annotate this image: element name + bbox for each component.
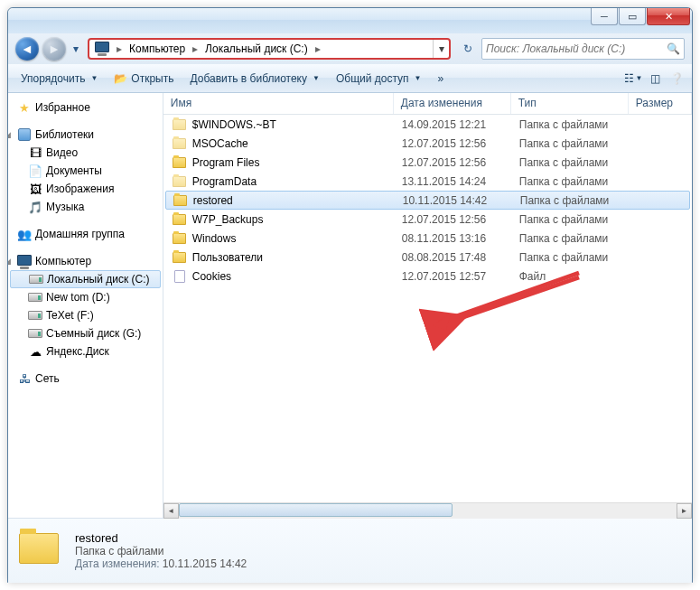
file-type: Папка с файлами (519, 156, 637, 169)
drive-icon (28, 293, 42, 302)
organize-button[interactable]: Упорядочить▼ (14, 70, 105, 88)
sidebar-network[interactable]: 🖧Сеть (8, 370, 163, 388)
file-date: 12.07.2015 12:56 (402, 156, 519, 169)
sidebar-item-yandex[interactable]: ☁Яндекс.Диск (8, 342, 163, 361)
sidebar-item-drive-f[interactable]: TeXet (F:) (8, 306, 163, 324)
file-row[interactable]: $WINDOWS.~BT14.09.2015 12:21Папка с файл… (163, 115, 692, 134)
sidebar-item-video[interactable]: 🎞Видео (8, 144, 163, 162)
folder-icon (173, 155, 187, 170)
folder-icon (173, 250, 187, 265)
titlebar[interactable]: ─ ▭ ✕ (8, 8, 692, 33)
file-icon (173, 269, 187, 284)
scroll-thumb[interactable] (179, 503, 453, 517)
file-date: 10.11.2015 14:42 (403, 194, 520, 207)
folder-icon (173, 231, 187, 246)
preview-pane-button[interactable]: ◫ (645, 69, 665, 89)
folder-icon (173, 193, 188, 208)
sidebar-homegroup[interactable]: 👥Домашняя группа (8, 225, 163, 243)
help-button[interactable]: ❔ (667, 69, 686, 89)
file-name: Program Files (192, 156, 402, 169)
file-type: Папка с файлами (519, 118, 637, 131)
scroll-track[interactable] (179, 503, 677, 519)
drive-icon (29, 275, 43, 284)
collapse-icon[interactable]: ◢ (8, 130, 14, 139)
sidebar-computer[interactable]: ◢Компьютер (8, 252, 163, 270)
minimize-button[interactable]: ─ (591, 8, 618, 25)
computer-icon (17, 255, 32, 267)
open-icon: 📂 (114, 72, 127, 85)
folder-icon (173, 136, 187, 151)
maximize-button[interactable]: ▭ (619, 8, 646, 25)
scroll-right-button[interactable]: ► (677, 503, 692, 519)
file-type: Папка с файлами (519, 137, 637, 150)
horizontal-scrollbar[interactable]: ◄ ► (163, 502, 692, 518)
file-list[interactable]: $WINDOWS.~BT14.09.2015 12:21Папка с файл… (163, 115, 692, 502)
column-name[interactable]: Имя (163, 93, 394, 114)
details-date: 10.11.2015 14:42 (163, 557, 247, 570)
more-button[interactable]: » (430, 70, 451, 88)
file-date: 13.11.2015 14:24 (402, 175, 519, 188)
file-row[interactable]: MSOCache12.07.2015 12:56Папка с файлами (163, 134, 692, 153)
sidebar-favorites[interactable]: ★Избранное (8, 98, 163, 117)
sidebar-item-documents[interactable]: 📄Документы (8, 162, 163, 180)
view-button[interactable]: ☷▼ (623, 69, 643, 89)
column-type[interactable]: Тип (511, 93, 629, 114)
sidebar-item-drive-d[interactable]: New tom (D:) (8, 288, 163, 306)
homegroup-icon: 👥 (17, 227, 32, 241)
search-input[interactable] (486, 42, 667, 55)
file-row[interactable]: Program Files12.07.2015 12:56Папка с фай… (163, 153, 692, 172)
search-icon[interactable]: 🔍 (667, 42, 680, 55)
library-icon (18, 128, 31, 141)
address-bar[interactable]: ▸ Компьютер ▸ Локальный диск (C:) ▸ ▾ (88, 38, 451, 60)
cloud-icon: ☁ (28, 344, 42, 359)
sidebar-item-music[interactable]: 🎵Музыка (8, 198, 163, 216)
add-library-button[interactable]: Добавить в библиотеку▼ (182, 70, 326, 88)
breadcrumb-computer[interactable]: Компьютер (124, 40, 191, 58)
file-name: $WINDOWS.~BT (192, 118, 402, 131)
file-row[interactable]: ProgramData13.11.2015 14:24Папка с файла… (163, 172, 692, 191)
file-date: 08.08.2015 17:48 (402, 251, 519, 264)
file-name: Пользователи (192, 251, 402, 264)
computer-icon (95, 42, 109, 54)
history-dropdown[interactable]: ▾ (70, 40, 82, 58)
close-button[interactable]: ✕ (647, 8, 690, 25)
back-button[interactable]: ◄ (15, 37, 39, 61)
file-row[interactable]: restored10.11.2015 14:42Папка с файлами (165, 191, 690, 210)
sidebar-item-drive-g[interactable]: Съемный диск (G:) (8, 324, 163, 342)
breadcrumb-sep-icon: ▸ (191, 42, 200, 55)
details-folder-icon (19, 533, 62, 569)
share-button[interactable]: Общий доступ▼ (329, 70, 429, 88)
column-size[interactable]: Размер (629, 93, 692, 114)
details-name: restored (75, 531, 247, 545)
search-box[interactable]: 🔍 (481, 38, 685, 60)
file-name: Windows (192, 232, 402, 245)
file-row[interactable]: Пользователи08.08.2015 17:48Папка с файл… (163, 248, 692, 267)
file-type: Папка с файлами (519, 251, 637, 264)
address-dropdown[interactable]: ▾ (433, 40, 449, 58)
open-button[interactable]: 📂Открыть (107, 70, 181, 88)
folder-icon (173, 212, 187, 227)
sidebar-libraries[interactable]: ◢Библиотеки (8, 126, 163, 144)
folder-icon (173, 174, 187, 189)
breadcrumb-drive[interactable]: Локальный диск (C:) (200, 40, 313, 58)
image-icon: 🖼 (28, 182, 42, 196)
file-date: 12.07.2015 12:56 (402, 213, 519, 226)
file-row[interactable]: Cookies12.07.2015 12:57Файл (163, 267, 692, 286)
file-row[interactable]: W7P_Backups12.07.2015 12:56Папка с файла… (163, 210, 692, 229)
sidebar: ★Избранное ◢Библиотеки 🎞Видео 📄Документы… (8, 93, 163, 518)
details-pane: restored Папка с файлами Дата изменения:… (8, 518, 692, 583)
refresh-button[interactable]: ↻ (458, 39, 478, 59)
explorer-window: ─ ▭ ✕ ◄ ► ▾ ▸ Компьютер ▸ Локальный диск… (7, 7, 693, 583)
file-row[interactable]: Windows08.11.2015 13:16Папка с файлами (163, 229, 692, 248)
collapse-icon[interactable]: ◢ (8, 257, 14, 266)
breadcrumb-sep-icon: ▸ (115, 42, 124, 55)
file-type: Файл (519, 270, 637, 283)
sidebar-item-drive-c[interactable]: Локальный диск (C:) (10, 270, 161, 288)
content-pane: Имя Дата изменения Тип Размер $WINDOWS.~… (163, 93, 692, 518)
forward-button[interactable]: ► (42, 37, 66, 61)
scroll-left-button[interactable]: ◄ (163, 503, 179, 519)
file-name: ProgramData (192, 175, 402, 188)
column-date[interactable]: Дата изменения (394, 93, 511, 114)
file-type: Папка с файлами (519, 232, 637, 245)
sidebar-item-images[interactable]: 🖼Изображения (8, 180, 163, 198)
